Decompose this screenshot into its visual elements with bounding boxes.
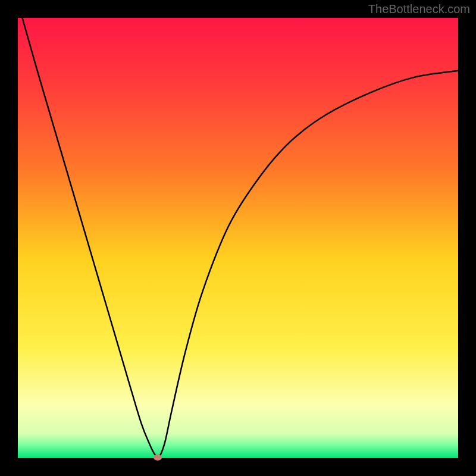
watermark-text: TheBottleneck.com xyxy=(368,2,470,16)
plot-area xyxy=(18,18,458,458)
minimum-marker xyxy=(154,455,162,461)
chart-container: TheBottleneck.com xyxy=(0,0,476,476)
curve-layer xyxy=(18,18,458,458)
bottleneck-curve xyxy=(22,18,458,458)
